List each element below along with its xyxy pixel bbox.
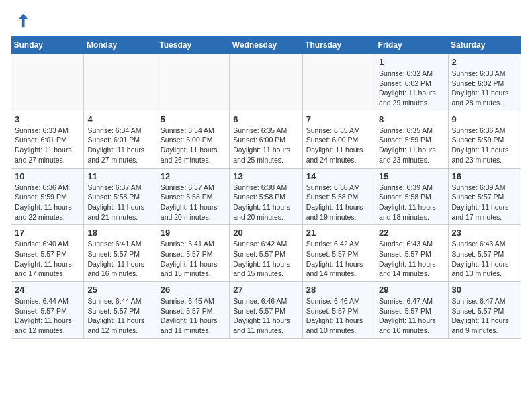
day-number: 9 [452,114,517,124]
calendar-cell: 5Sunrise: 6:34 AM Sunset: 6:00 PM Daylig… [157,111,229,168]
day-info: Sunrise: 6:37 AM Sunset: 5:58 PM Dayligh… [87,183,152,222]
day-info: Sunrise: 6:35 AM Sunset: 6:00 PM Dayligh… [306,126,371,165]
day-number: 18 [87,228,152,238]
weekday-header: Sunday [11,36,84,54]
calendar-cell: 6Sunrise: 6:35 AM Sunset: 6:00 PM Daylig… [230,111,302,168]
day-number: 13 [233,171,298,181]
day-info: Sunrise: 6:47 AM Sunset: 5:57 PM Dayligh… [379,296,444,336]
calendar-table: SundayMondayTuesdayWednesdayThursdayFrid… [11,36,521,339]
calendar-cell: 23Sunrise: 6:43 AM Sunset: 5:57 PM Dayli… [448,225,521,282]
day-info: Sunrise: 6:45 AM Sunset: 5:57 PM Dayligh… [161,296,226,336]
calendar-cell: 8Sunrise: 6:35 AM Sunset: 5:59 PM Daylig… [375,111,448,168]
day-info: Sunrise: 6:35 AM Sunset: 6:00 PM Dayligh… [233,126,298,165]
calendar-cell [84,54,157,111]
day-number: 26 [161,285,226,295]
day-info: Sunrise: 6:43 AM Sunset: 5:57 PM Dayligh… [452,239,517,279]
calendar-cell: 3Sunrise: 6:33 AM Sunset: 6:01 PM Daylig… [11,111,84,168]
day-info: Sunrise: 6:42 AM Sunset: 5:57 PM Dayligh… [233,239,298,279]
calendar-header: SundayMondayTuesdayWednesdayThursdayFrid… [11,36,521,54]
calendar-cell: 4Sunrise: 6:34 AM Sunset: 6:01 PM Daylig… [84,111,157,168]
day-info: Sunrise: 6:38 AM Sunset: 5:58 PM Dayligh… [306,183,371,222]
calendar-body: 1Sunrise: 6:32 AM Sunset: 6:02 PM Daylig… [11,54,521,339]
weekday-header-row: SundayMondayTuesdayWednesdayThursdayFrid… [11,36,521,54]
calendar-cell: 17Sunrise: 6:40 AM Sunset: 5:57 PM Dayli… [11,225,84,282]
day-number: 15 [379,171,444,181]
day-info: Sunrise: 6:38 AM Sunset: 5:58 PM Dayligh… [233,183,298,222]
day-info: Sunrise: 6:39 AM Sunset: 5:57 PM Dayligh… [452,183,517,222]
calendar-cell: 11Sunrise: 6:37 AM Sunset: 5:58 PM Dayli… [84,168,157,225]
day-number: 19 [161,228,226,238]
day-number: 17 [15,228,80,238]
calendar-cell: 27Sunrise: 6:46 AM Sunset: 5:57 PM Dayli… [230,282,302,339]
calendar-cell: 30Sunrise: 6:47 AM Sunset: 5:57 PM Dayli… [448,282,521,339]
header [11,11,521,30]
day-number: 3 [15,114,80,124]
day-info: Sunrise: 6:47 AM Sunset: 5:57 PM Dayligh… [452,296,517,336]
day-info: Sunrise: 6:35 AM Sunset: 5:59 PM Dayligh… [379,126,444,165]
day-info: Sunrise: 6:32 AM Sunset: 6:02 PM Dayligh… [379,68,444,108]
day-number: 1 [379,57,444,67]
calendar-cell: 12Sunrise: 6:37 AM Sunset: 5:58 PM Dayli… [157,168,229,225]
day-info: Sunrise: 6:44 AM Sunset: 5:57 PM Dayligh… [87,296,152,336]
day-number: 2 [452,57,517,67]
day-number: 4 [87,114,152,124]
calendar-week-row: 3Sunrise: 6:33 AM Sunset: 6:01 PM Daylig… [11,111,521,168]
day-number: 29 [379,285,444,295]
day-number: 21 [306,228,371,238]
weekday-header: Thursday [302,36,375,54]
calendar-cell [157,54,229,111]
day-info: Sunrise: 6:46 AM Sunset: 5:57 PM Dayligh… [306,296,371,336]
calendar-cell: 29Sunrise: 6:47 AM Sunset: 5:57 PM Dayli… [375,282,448,339]
calendar-cell: 13Sunrise: 6:38 AM Sunset: 5:58 PM Dayli… [230,168,302,225]
calendar-week-row: 17Sunrise: 6:40 AM Sunset: 5:57 PM Dayli… [11,225,521,282]
calendar-cell: 18Sunrise: 6:41 AM Sunset: 5:57 PM Dayli… [84,225,157,282]
calendar-week-row: 1Sunrise: 6:32 AM Sunset: 6:02 PM Daylig… [11,54,521,111]
day-info: Sunrise: 6:33 AM Sunset: 6:01 PM Dayligh… [15,126,80,165]
day-number: 14 [306,171,371,181]
calendar-cell: 21Sunrise: 6:42 AM Sunset: 5:57 PM Dayli… [302,225,375,282]
day-number: 6 [233,114,298,124]
day-info: Sunrise: 6:36 AM Sunset: 5:59 PM Dayligh… [452,126,517,165]
day-number: 24 [15,285,80,295]
calendar-cell: 10Sunrise: 6:36 AM Sunset: 5:59 PM Dayli… [11,168,84,225]
calendar-cell: 26Sunrise: 6:45 AM Sunset: 5:57 PM Dayli… [157,282,229,339]
day-number: 12 [161,171,226,181]
calendar-cell: 2Sunrise: 6:33 AM Sunset: 6:02 PM Daylig… [448,54,521,111]
day-number: 16 [452,171,517,181]
logo-icon [11,11,30,30]
day-info: Sunrise: 6:39 AM Sunset: 5:58 PM Dayligh… [379,183,444,222]
svg-marker-0 [18,14,28,28]
calendar-cell [11,54,84,111]
day-info: Sunrise: 6:43 AM Sunset: 5:57 PM Dayligh… [379,239,444,279]
day-number: 22 [379,228,444,238]
day-number: 23 [452,228,517,238]
day-number: 8 [379,114,444,124]
day-info: Sunrise: 6:40 AM Sunset: 5:57 PM Dayligh… [15,239,80,279]
weekday-header: Friday [375,36,448,54]
day-number: 20 [233,228,298,238]
day-info: Sunrise: 6:41 AM Sunset: 5:57 PM Dayligh… [87,239,152,279]
day-number: 27 [233,285,298,295]
calendar-cell: 14Sunrise: 6:38 AM Sunset: 5:58 PM Dayli… [302,168,375,225]
day-info: Sunrise: 6:42 AM Sunset: 5:57 PM Dayligh… [306,239,371,279]
day-number: 30 [452,285,517,295]
day-info: Sunrise: 6:46 AM Sunset: 5:57 PM Dayligh… [233,296,298,336]
calendar-cell [302,54,375,111]
day-number: 25 [87,285,152,295]
calendar-cell: 1Sunrise: 6:32 AM Sunset: 6:02 PM Daylig… [375,54,448,111]
day-info: Sunrise: 6:34 AM Sunset: 6:00 PM Dayligh… [161,126,226,165]
weekday-header: Saturday [448,36,521,54]
calendar-cell: 15Sunrise: 6:39 AM Sunset: 5:58 PM Dayli… [375,168,448,225]
day-info: Sunrise: 6:36 AM Sunset: 5:59 PM Dayligh… [15,183,80,222]
weekday-header: Monday [84,36,157,54]
calendar-cell: 22Sunrise: 6:43 AM Sunset: 5:57 PM Dayli… [375,225,448,282]
day-info: Sunrise: 6:34 AM Sunset: 6:01 PM Dayligh… [87,126,152,165]
day-info: Sunrise: 6:37 AM Sunset: 5:58 PM Dayligh… [161,183,226,222]
calendar-week-row: 10Sunrise: 6:36 AM Sunset: 5:59 PM Dayli… [11,168,521,225]
calendar-week-row: 24Sunrise: 6:44 AM Sunset: 5:57 PM Dayli… [11,282,521,339]
day-number: 11 [87,171,152,181]
calendar-cell: 16Sunrise: 6:39 AM Sunset: 5:57 PM Dayli… [448,168,521,225]
calendar-cell: 28Sunrise: 6:46 AM Sunset: 5:57 PM Dayli… [302,282,375,339]
logo [11,11,32,30]
calendar-cell: 7Sunrise: 6:35 AM Sunset: 6:00 PM Daylig… [302,111,375,168]
